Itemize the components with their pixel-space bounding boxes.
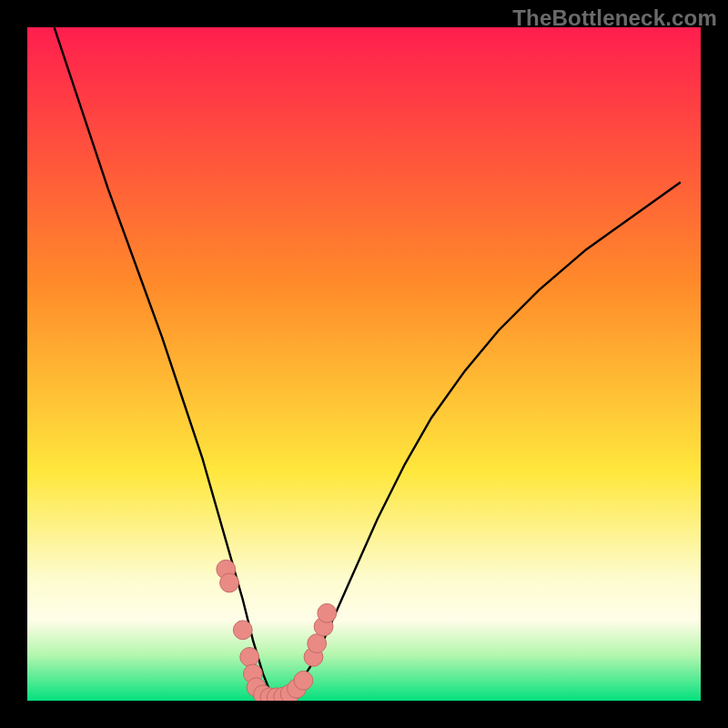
chart-background bbox=[27, 27, 701, 701]
data-marker bbox=[308, 634, 327, 653]
data-marker bbox=[318, 603, 337, 622]
chart-svg bbox=[27, 27, 701, 701]
chart-frame: TheBottleneck.com bbox=[0, 0, 728, 728]
data-marker bbox=[294, 671, 313, 690]
data-marker bbox=[220, 573, 239, 592]
data-marker bbox=[233, 621, 252, 640]
chart-plot-area bbox=[27, 27, 701, 701]
watermark-text: TheBottleneck.com bbox=[512, 5, 717, 31]
data-marker bbox=[240, 648, 259, 667]
